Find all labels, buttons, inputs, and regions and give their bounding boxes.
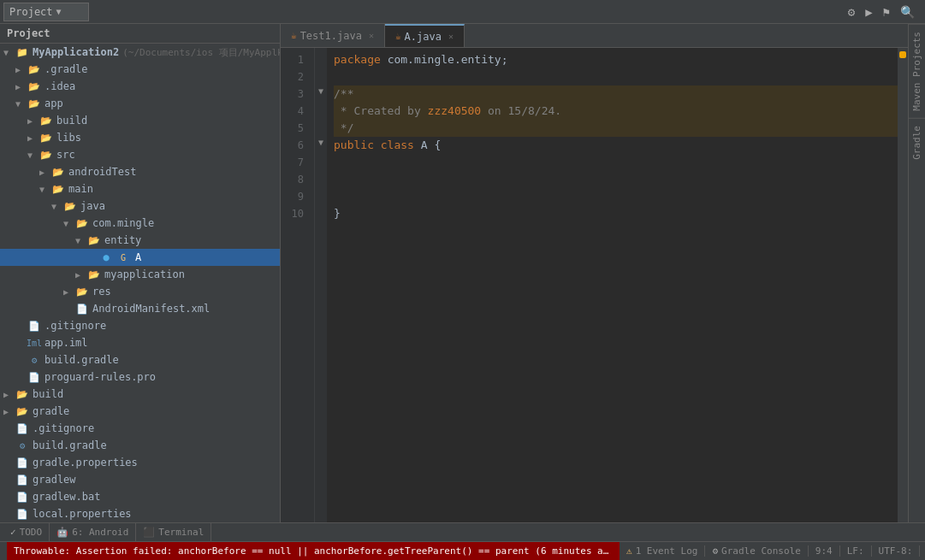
main-area: Project ▼ 📁 MyApplication2 (~/Documents/…	[0, 24, 925, 522]
fold-marker-3[interactable]: ▼	[315, 82, 327, 99]
code-line-3: /**	[334, 85, 901, 103]
line-num-5: 5	[281, 120, 309, 137]
sidebar-item-src[interactable]: ▼ 📂 src	[0, 146, 280, 163]
tab-close-ajava[interactable]: ✕	[448, 32, 454, 41]
scroll-indicator[interactable]	[898, 48, 908, 522]
sidebar-item-entity[interactable]: ▼ 📂 entity	[0, 232, 280, 249]
sidebar-item-gradle-root[interactable]: ▶ 📂 gradle	[0, 403, 280, 420]
fold-marker-5	[315, 116, 327, 133]
sidebar-item-res[interactable]: ▶ 📂 res	[0, 283, 280, 300]
code-content[interactable]: package com.mingle.entity; /** * Created…	[327, 48, 908, 522]
tree-label: src	[56, 149, 75, 161]
sidebar-item-myapplication[interactable]: ▶ 📂 myapplication	[0, 266, 280, 283]
position-label: 9:4	[815, 545, 833, 557]
tree-label: proguard-rules.pro	[44, 371, 156, 383]
folder-icon: 📂	[27, 80, 41, 93]
tab-close-test1[interactable]: ✕	[369, 31, 374, 40]
sidebar-item-gradlew[interactable]: ▶ 📄 gradlew	[0, 471, 280, 488]
android-tab[interactable]: 🤖 6: Android	[50, 523, 136, 541]
java-icon: ☕	[395, 31, 401, 42]
status-bar: Throwable: Assertion failed: anchorBefor…	[0, 541, 925, 560]
status-right: ⚠ 1 Event Log ⚙ Gradle Console 9:4 LF: U…	[620, 545, 925, 557]
class-access-icon: G	[116, 251, 130, 264]
maven-projects-panel[interactable]: Maven Projects	[909, 24, 925, 118]
position-item[interactable]: 9:4	[809, 545, 840, 557]
sidebar-item-app-iml[interactable]: ▶ Iml app.iml	[0, 334, 280, 351]
tree-label: androidTest	[68, 166, 136, 178]
line-num-3: 3	[281, 85, 309, 103]
status-error[interactable]: Throwable: Assertion failed: anchorBefor…	[7, 542, 620, 560]
code-line-10: }	[334, 205, 901, 222]
sidebar-header: Project	[0, 24, 280, 44]
tab-ajava[interactable]: ☕ A.java ✕	[385, 24, 465, 47]
todo-tab[interactable]: ✓ TODO	[3, 523, 50, 541]
comment-created: * Created by	[334, 103, 428, 120]
arrow-icon: ▶	[27, 133, 39, 143]
line-num-7: 7	[281, 154, 309, 171]
tree-label: build	[56, 115, 87, 127]
terminal-icon: ⬛	[143, 527, 155, 538]
gradle-console-item[interactable]: ⚙ Gradle Console	[705, 545, 808, 557]
tree-label: .gradle	[44, 63, 88, 75]
fold-marker-4	[315, 99, 327, 116]
search-top-icon[interactable]: 🔍	[897, 3, 918, 21]
sidebar-item-build-root[interactable]: ▶ 📂 build	[0, 386, 280, 403]
project-dropdown[interactable]: Project ▼	[3, 3, 89, 21]
tree-label: java	[80, 200, 105, 212]
gradle-icon: ⚙	[27, 353, 41, 367]
sidebar-item-A[interactable]: ▶ ● G A	[0, 249, 280, 266]
flag-icon[interactable]: ⚑	[880, 3, 893, 21]
tree-sublabel: (~/Documents/ios 项目/MyApplk...	[122, 46, 280, 59]
class-icon: ●	[99, 251, 113, 264]
fold-marker-10	[315, 202, 327, 219]
terminal-tab[interactable]: ⬛ Terminal	[136, 523, 211, 541]
sidebar-item-androidtest[interactable]: ▶ 📂 androidTest	[0, 163, 280, 180]
gradle-icon: ⚙	[15, 439, 29, 452]
folder-icon: 📂	[87, 268, 101, 281]
arrow-icon: ▶	[15, 82, 27, 91]
arrow-icon: ▶	[75, 270, 87, 280]
sidebar-item-idea[interactable]: ▶ 📂 .idea	[0, 78, 280, 95]
tree-label: gradlew.bat	[33, 491, 100, 503]
arrow-icon: ▼	[27, 150, 39, 160]
sidebar-item-build[interactable]: ▶ 📂 build	[0, 112, 280, 129]
sidebar-item-gitignore-root[interactable]: ▶ 📄 .gitignore	[0, 420, 280, 437]
arrow-icon: ▼	[63, 219, 75, 228]
tree-label: build.gradle	[33, 439, 107, 451]
sidebar-item-androidmanifest[interactable]: ▶ 📄 AndroidManifest.xml	[0, 300, 280, 317]
sidebar-item-myapp2[interactable]: ▼ 📁 MyApplication2 (~/Documents/ios 项目/M…	[0, 44, 280, 61]
sidebar-item-build-gradle-root[interactable]: ▶ ⚙ build.gradle	[0, 437, 280, 454]
sidebar-item-commingle[interactable]: ▼ 📂 com.mingle	[0, 215, 280, 232]
fold-marker-6[interactable]: ▼	[315, 133, 327, 150]
comment-author: zzz40500	[428, 103, 482, 120]
event-log-label: 1 Event Log	[636, 545, 698, 557]
sync-icon[interactable]: ⚙	[845, 3, 858, 21]
right-panels: Maven Projects Gradle	[908, 24, 925, 522]
sidebar-item-main[interactable]: ▼ 📂 main	[0, 180, 280, 197]
sidebar-item-local-props[interactable]: ▶ 📄 local.properties	[0, 505, 280, 522]
sidebar-item-gradlew-bat[interactable]: ▶ 📄 gradlew.bat	[0, 488, 280, 505]
sidebar-item-gitignore-app[interactable]: ▶ 📄 .gitignore	[0, 317, 280, 334]
gradle-panel[interactable]: Gradle	[909, 118, 925, 167]
sidebar-item-java[interactable]: ▼ 📂 java	[0, 197, 280, 215]
code-line-6: public class A {	[334, 137, 901, 154]
arrow-icon: ▼	[3, 48, 15, 57]
sidebar-item-app[interactable]: ▼ 📂 app	[0, 95, 280, 112]
line-sep-item[interactable]: LF:	[840, 545, 872, 557]
sidebar-item-build-gradle-app[interactable]: ▶ ⚙ build.gradle	[0, 351, 280, 368]
tree-label: local.properties	[33, 508, 132, 520]
tab-test1java[interactable]: ☕ Test1.java ✕	[281, 24, 385, 47]
keyword-class: class	[381, 137, 421, 154]
semicolon: ;	[501, 51, 508, 68]
sidebar-item-proguard[interactable]: ▶ 📄 proguard-rules.pro	[0, 368, 280, 386]
sidebar-item-libs[interactable]: ▶ 📂 libs	[0, 129, 280, 146]
run-icon[interactable]: ▶	[862, 3, 875, 21]
sidebar-item-gradle-hidden[interactable]: ▶ 📂 .gradle	[0, 61, 280, 78]
sidebar-item-gradle-props[interactable]: ▶ 📄 gradle.properties	[0, 454, 280, 471]
sidebar-tree[interactable]: ▼ 📁 MyApplication2 (~/Documents/ios 项目/M…	[0, 44, 280, 522]
event-log-item[interactable]: ⚠ 1 Event Log	[620, 545, 705, 557]
line-num-2: 2	[281, 68, 309, 85]
code-editor[interactable]: 1 2 3 4 5 6 7 8 9 10 ▼ ▼	[281, 48, 908, 522]
context-item[interactable]: Context: <no context>	[920, 545, 925, 557]
encoding-item[interactable]: UTF-8:	[872, 545, 921, 557]
